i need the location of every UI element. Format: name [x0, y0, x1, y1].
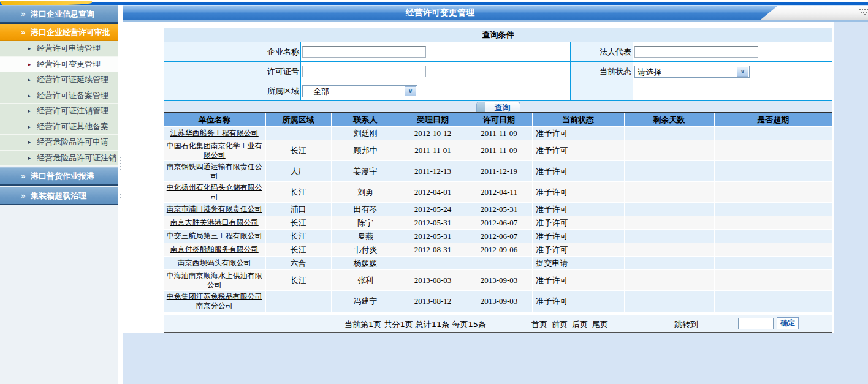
company-link[interactable]: 南京付炎船舶服务有限公司: [170, 245, 259, 254]
table-cell: 2012-04-11: [466, 182, 532, 203]
company-link[interactable]: 江苏华西船务工程有限公司: [170, 129, 259, 137]
drag-dots-icon[interactable]: [859, 9, 861, 10]
table-cell: 2013-09-03: [466, 270, 532, 291]
table-cell: 夏燕: [331, 230, 400, 243]
table-cell: 准予许可: [532, 140, 624, 161]
sidebar-subitem[interactable]: ▸经营危险品许可申请: [0, 135, 118, 151]
table-cell: 刘廷刚: [331, 127, 400, 140]
region-select[interactable]: —全部— ∨: [302, 85, 417, 97]
content-area: 查询条件 企业名称 法人代表 许可证号 当前状态 请选择 ∨ 所属区: [123, 22, 868, 384]
company-name-cell: 中海油南京顺海水上供油有限公司: [164, 270, 265, 291]
sidebar-subitem[interactable]: ▸经营许可证注销管理: [0, 104, 118, 119]
column-header: 单位名称: [164, 113, 265, 127]
table-cell: [714, 203, 832, 216]
company-name-cell: 江苏华西船务工程有限公司: [164, 127, 265, 140]
table-cell: 准予许可: [532, 161, 624, 182]
sidebar-subitem[interactable]: ▸经营危险品许可证注销: [0, 151, 118, 167]
sidebar-subitem[interactable]: ▸经营许可变更管理: [0, 57, 118, 73]
table-row: 南京市浦口港务有限责任公司浦口田有琴2012-05-242012-05-31准予…: [164, 203, 832, 216]
table-cell: [714, 243, 832, 257]
sidebar-subitem[interactable]: ▸经营许可证备案管理: [0, 88, 118, 104]
company-link[interactable]: 南京市浦口港务有限责任公司: [167, 205, 262, 213]
field-label-license-no: 许可证号: [164, 62, 301, 81]
header-right-swoosh: [761, 6, 868, 20]
table-cell: 2012-06-07: [466, 216, 532, 230]
sidebar-item[interactable]: »集装箱超载治理: [0, 187, 118, 205]
sidebar-subitem[interactable]: ▸经营许可申请管理: [0, 41, 118, 57]
table-cell: [714, 182, 832, 203]
table-cell: 2012-08-31: [400, 243, 466, 257]
sidebar-item-label: 经营许可证备案管理: [37, 90, 108, 101]
pagination-summary: 当前第1页 共分1页 总计11条 每页15条: [345, 319, 486, 330]
pagination-link[interactable]: 尾页: [592, 320, 608, 329]
table-cell: 2012-05-31: [466, 203, 532, 216]
field-label-region: 所属区域: [164, 81, 301, 101]
table-cell: [714, 230, 832, 243]
sidebar-item[interactable]: »港口企业经营许可审批: [0, 23, 118, 41]
company-name-cell: 中国石化集团南京化学工业有限公司: [164, 140, 265, 161]
pagination-link[interactable]: 后页: [572, 320, 588, 329]
menu-arrow-icon: ▸: [25, 45, 34, 51]
company-link[interactable]: 中化扬州石化码头仓储有限公司: [167, 183, 262, 201]
table-cell: 张利: [331, 270, 400, 291]
splitter-grip-icon: [120, 157, 121, 158]
sidebar-subitem[interactable]: ▸经营许可证其他备案: [0, 119, 118, 135]
menu-arrow-icon: ▸: [25, 77, 34, 83]
sidebar-item[interactable]: »港口普货作业报港: [0, 167, 118, 186]
table-row: 南京钢铁四通运输有限责任公司大厂姜漫宇2011-12-132011-12-19准…: [164, 161, 832, 182]
company-link[interactable]: 南京大胜关港港口有限公司: [170, 218, 259, 227]
pagination-links: 首页前页后页尾页: [531, 319, 612, 330]
company-name-input[interactable]: [302, 46, 426, 58]
jump-confirm-button[interactable]: 确定: [777, 317, 799, 329]
query-form: 查询条件 企业名称 法人代表 许可证号 当前状态 请选择 ∨ 所属区: [164, 28, 832, 116]
sidebar-item-label: 经营危险品许可证注销: [37, 152, 116, 164]
chevron-down-icon: ∨: [737, 67, 748, 77]
table-row: 中交三航局第三工程有限公司长江夏燕2012-05-312012-06-07准予许…: [164, 230, 832, 243]
table-cell: 2012-04-01: [400, 182, 466, 203]
table-cell: 2013-08-12: [400, 291, 466, 312]
query-form-title: 查询条件: [164, 28, 832, 42]
pagination-bar: 当前第1页 共分1页 总计11条 每页15条 首页前页后页尾页 跳转到 确定: [164, 315, 832, 333]
company-name-cell: 中交三航局第三工程有限公司: [164, 230, 265, 243]
menu-arrow-icon: ▸: [25, 108, 34, 114]
table-cell: 长江: [265, 230, 331, 243]
table-cell: [624, 203, 714, 216]
results-tbody: 江苏华西船务工程有限公司刘廷刚2012-10-122011-11-09准予许可中…: [164, 127, 832, 312]
page-title: 经营许可变更管理: [123, 6, 758, 20]
table-cell: [624, 182, 714, 203]
sidebar-item[interactable]: »港口企业信息查询: [0, 5, 118, 23]
sidebar-item-label: 集装箱超载治理: [31, 190, 86, 201]
pagination-link[interactable]: 前页: [552, 320, 568, 329]
sidebar-item-label: 经营许可证注销管理: [37, 105, 108, 116]
table-cell: [624, 291, 714, 312]
table-cell: 姜漫宇: [331, 161, 400, 182]
company-link[interactable]: 南京西坝码头有限公司: [178, 258, 251, 267]
company-link[interactable]: 南京钢铁四通运输有限责任公司: [167, 162, 262, 180]
company-link[interactable]: 中海油南京顺海水上供油有限公司: [167, 271, 262, 289]
table-cell: 长江: [265, 140, 331, 161]
current-status-select[interactable]: 请选择 ∨: [634, 66, 750, 78]
legal-rep-input[interactable]: [634, 46, 758, 58]
pagination-link[interactable]: 首页: [531, 320, 547, 329]
sidebar-subitem[interactable]: ▸经营许可证延续管理: [0, 72, 118, 88]
jump-page-input[interactable]: [738, 318, 774, 329]
table-cell: 准予许可: [532, 270, 624, 291]
menu-arrow-icon: »: [17, 28, 29, 37]
table-cell: 2013-09-03: [466, 291, 532, 312]
table-row: 中国石化集团南京化学工业有限公司长江顾邦中2011-11-012011-11-0…: [164, 140, 832, 161]
table-cell: 2011-12-19: [466, 161, 532, 182]
company-link[interactable]: 中交三航局第三工程有限公司: [167, 232, 262, 240]
table-cell: 长江: [265, 243, 331, 257]
table-row: 南京西坝码头有限公司六合杨媛媛提交申请: [164, 257, 832, 270]
table-cell: [714, 291, 832, 312]
sidebar-item-label: 经营危险品许可申请: [37, 137, 108, 148]
menu-arrow-icon: ▸: [25, 61, 34, 67]
table-cell: 大厂: [265, 161, 331, 182]
company-link[interactable]: 中免集团江苏免税品有限公司南京分公司: [167, 292, 262, 310]
sidebar-splitter[interactable]: [118, 5, 123, 384]
license-no-input[interactable]: [302, 66, 426, 77]
table-cell: 准予许可: [532, 127, 624, 140]
company-link[interactable]: 中国石化集团南京化学工业有限公司: [167, 141, 262, 159]
table-cell: [714, 257, 832, 270]
table-cell: 2012-05-24: [400, 203, 466, 216]
